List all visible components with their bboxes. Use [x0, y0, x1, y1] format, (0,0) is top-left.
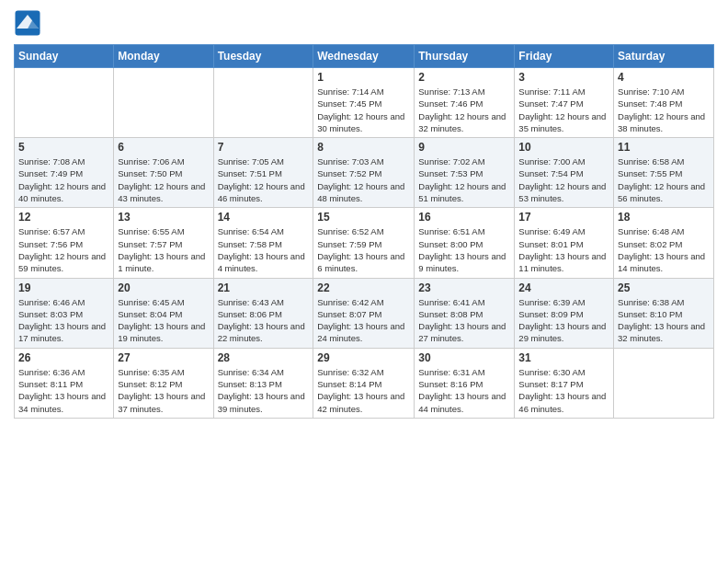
day-number: 25 [618, 282, 710, 294]
day-number: 27 [118, 351, 209, 364]
calendar-cell: 1Sunrise: 7:14 AMSunset: 7:45 PMDaylight… [313, 68, 415, 138]
day-number: 18 [618, 211, 710, 224]
day-number: 1 [317, 71, 410, 84]
calendar-cell: 22Sunrise: 6:42 AMSunset: 8:07 PMDayligh… [313, 278, 415, 348]
calendar-cell: 6Sunrise: 7:06 AMSunset: 7:50 PMDaylight… [114, 138, 213, 208]
calendar-week-3: 12Sunrise: 6:57 AMSunset: 7:56 PMDayligh… [15, 208, 714, 278]
day-number: 4 [618, 71, 710, 84]
day-number: 11 [618, 141, 710, 154]
calendar-cell: 21Sunrise: 6:43 AMSunset: 8:06 PMDayligh… [213, 278, 313, 348]
day-number: 2 [418, 71, 510, 84]
day-info: Sunrise: 7:05 AMSunset: 7:51 PMDaylight:… [218, 155, 310, 204]
calendar-cell: 28Sunrise: 6:34 AMSunset: 8:13 PMDayligh… [213, 348, 313, 418]
day-info: Sunrise: 7:13 AMSunset: 7:46 PMDaylight:… [418, 86, 510, 134]
calendar-week-4: 19Sunrise: 6:46 AMSunset: 8:03 PMDayligh… [15, 278, 714, 348]
weekday-thursday: Thursday [415, 45, 515, 68]
day-number: 24 [518, 282, 609, 294]
calendar-cell: 13Sunrise: 6:55 AMSunset: 7:57 PMDayligh… [114, 208, 213, 278]
day-info: Sunrise: 6:39 AMSunset: 8:09 PMDaylight:… [518, 296, 609, 345]
day-number: 22 [317, 282, 410, 294]
day-info: Sunrise: 6:46 AMSunset: 8:03 PMDaylight:… [18, 296, 109, 345]
calendar-cell: 10Sunrise: 7:00 AMSunset: 7:54 PMDayligh… [515, 138, 614, 208]
calendar-cell: 8Sunrise: 7:03 AMSunset: 7:52 PMDaylight… [313, 138, 415, 208]
calendar-cell [213, 68, 313, 138]
day-number: 31 [518, 351, 609, 364]
calendar-week-2: 5Sunrise: 7:08 AMSunset: 7:49 PMDaylight… [15, 138, 714, 208]
day-number: 28 [218, 351, 310, 364]
day-info: Sunrise: 6:43 AMSunset: 8:06 PMDaylight:… [218, 296, 310, 345]
day-number: 13 [118, 211, 209, 224]
calendar-cell: 17Sunrise: 6:49 AMSunset: 8:01 PMDayligh… [515, 208, 614, 278]
day-number: 23 [418, 282, 510, 294]
calendar-week-1: 1Sunrise: 7:14 AMSunset: 7:45 PMDaylight… [15, 68, 714, 138]
day-info: Sunrise: 6:52 AMSunset: 7:59 PMDaylight:… [317, 225, 410, 274]
calendar-cell: 2Sunrise: 7:13 AMSunset: 7:46 PMDaylight… [415, 68, 515, 138]
weekday-saturday: Saturday [614, 45, 714, 68]
calendar-cell: 24Sunrise: 6:39 AMSunset: 8:09 PMDayligh… [515, 278, 614, 348]
day-info: Sunrise: 7:02 AMSunset: 7:53 PMDaylight:… [418, 155, 510, 204]
day-number: 7 [218, 141, 310, 154]
logo-icon [14, 9, 41, 37]
weekday-sunday: Sunday [15, 45, 114, 68]
day-number: 3 [518, 71, 609, 84]
weekday-wednesday: Wednesday [313, 45, 415, 68]
calendar-cell: 3Sunrise: 7:11 AMSunset: 7:47 PMDaylight… [515, 68, 614, 138]
day-info: Sunrise: 6:32 AMSunset: 8:14 PMDaylight:… [317, 366, 410, 415]
day-info: Sunrise: 7:03 AMSunset: 7:52 PMDaylight:… [317, 155, 410, 204]
calendar-cell: 16Sunrise: 6:51 AMSunset: 8:00 PMDayligh… [415, 208, 515, 278]
calendar-cell [15, 68, 114, 138]
day-number: 26 [18, 351, 109, 364]
calendar-table: SundayMondayTuesdayWednesdayThursdayFrid… [14, 44, 714, 419]
day-info: Sunrise: 6:36 AMSunset: 8:11 PMDaylight:… [18, 366, 109, 415]
day-info: Sunrise: 6:51 AMSunset: 8:00 PMDaylight:… [418, 225, 510, 274]
day-info: Sunrise: 7:00 AMSunset: 7:54 PMDaylight:… [518, 155, 609, 204]
day-number: 8 [317, 141, 410, 154]
calendar-cell: 31Sunrise: 6:30 AMSunset: 8:17 PMDayligh… [515, 348, 614, 418]
day-info: Sunrise: 7:06 AMSunset: 7:50 PMDaylight:… [118, 155, 209, 204]
calendar-cell: 18Sunrise: 6:48 AMSunset: 8:02 PMDayligh… [614, 208, 714, 278]
day-number: 10 [518, 141, 609, 154]
weekday-tuesday: Tuesday [213, 45, 313, 68]
day-number: 9 [418, 141, 510, 154]
day-info: Sunrise: 7:14 AMSunset: 7:45 PMDaylight:… [317, 86, 410, 134]
day-number: 12 [18, 211, 109, 224]
day-number: 21 [218, 282, 310, 294]
day-info: Sunrise: 7:08 AMSunset: 7:49 PMDaylight:… [18, 155, 109, 204]
weekday-header-row: SundayMondayTuesdayWednesdayThursdayFrid… [15, 45, 714, 68]
day-number: 30 [418, 351, 510, 364]
calendar-cell: 23Sunrise: 6:41 AMSunset: 8:08 PMDayligh… [415, 278, 515, 348]
calendar-cell: 30Sunrise: 6:31 AMSunset: 8:16 PMDayligh… [415, 348, 515, 418]
calendar-cell: 14Sunrise: 6:54 AMSunset: 7:58 PMDayligh… [213, 208, 313, 278]
day-number: 20 [118, 282, 209, 294]
day-info: Sunrise: 6:41 AMSunset: 8:08 PMDaylight:… [418, 296, 510, 345]
weekday-monday: Monday [114, 45, 213, 68]
calendar-cell: 20Sunrise: 6:45 AMSunset: 8:04 PMDayligh… [114, 278, 213, 348]
day-info: Sunrise: 7:10 AMSunset: 7:48 PMDaylight:… [618, 86, 710, 134]
day-number: 19 [18, 282, 109, 294]
calendar-cell: 19Sunrise: 6:46 AMSunset: 8:03 PMDayligh… [15, 278, 114, 348]
logo [14, 9, 45, 37]
calendar-cell: 9Sunrise: 7:02 AMSunset: 7:53 PMDaylight… [415, 138, 515, 208]
calendar-cell: 7Sunrise: 7:05 AMSunset: 7:51 PMDaylight… [213, 138, 313, 208]
day-info: Sunrise: 6:38 AMSunset: 8:10 PMDaylight:… [618, 296, 710, 345]
day-info: Sunrise: 6:49 AMSunset: 8:01 PMDaylight:… [518, 225, 609, 274]
header [14, 9, 714, 37]
day-info: Sunrise: 6:54 AMSunset: 7:58 PMDaylight:… [218, 225, 310, 274]
calendar-cell: 11Sunrise: 6:58 AMSunset: 7:55 PMDayligh… [614, 138, 714, 208]
calendar-cell: 27Sunrise: 6:35 AMSunset: 8:12 PMDayligh… [114, 348, 213, 418]
day-info: Sunrise: 6:58 AMSunset: 7:55 PMDaylight:… [618, 155, 710, 204]
day-number: 29 [317, 351, 410, 364]
day-info: Sunrise: 6:45 AMSunset: 8:04 PMDaylight:… [118, 296, 209, 345]
day-number: 6 [118, 141, 209, 154]
day-number: 14 [218, 211, 310, 224]
calendar-cell: 12Sunrise: 6:57 AMSunset: 7:56 PMDayligh… [15, 208, 114, 278]
calendar-cell: 26Sunrise: 6:36 AMSunset: 8:11 PMDayligh… [15, 348, 114, 418]
day-info: Sunrise: 6:42 AMSunset: 8:07 PMDaylight:… [317, 296, 410, 345]
day-info: Sunrise: 6:48 AMSunset: 8:02 PMDaylight:… [618, 225, 710, 274]
day-info: Sunrise: 6:30 AMSunset: 8:17 PMDaylight:… [518, 366, 609, 415]
calendar-cell: 25Sunrise: 6:38 AMSunset: 8:10 PMDayligh… [614, 278, 714, 348]
calendar-cell [614, 348, 714, 418]
day-info: Sunrise: 6:34 AMSunset: 8:13 PMDaylight:… [218, 366, 310, 415]
calendar-cell: 5Sunrise: 7:08 AMSunset: 7:49 PMDaylight… [15, 138, 114, 208]
day-number: 17 [518, 211, 609, 224]
